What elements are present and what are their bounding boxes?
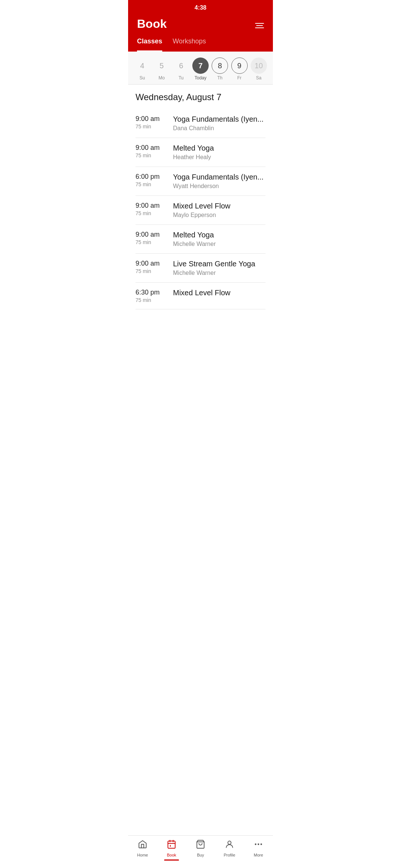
status-bar: 4:38 [128,0,273,14]
class-item[interactable]: 6:00 pm 75 min Yoga Fundamentals (Iyen..… [136,167,265,196]
filter-icon-line1 [255,23,264,24]
class-name: Live Stream Gentle Yoga [173,260,265,268]
class-time: 9:00 am 75 min [136,231,167,245]
class-time: 6:00 pm 75 min [136,173,167,187]
class-time: 9:00 am 75 min [136,260,167,274]
schedule: Wednesday, August 7 9:00 am 75 min Yoga … [128,85,273,309]
class-time-main: 9:00 am [136,231,167,239]
class-time: 9:00 am 75 min [136,144,167,158]
class-time-main: 6:00 pm [136,173,167,181]
class-instructor: Michelle Warner [173,241,265,247]
day-label: Th [217,75,222,80]
day-number: 10 [251,57,267,74]
main-content: 4 Su 5 Mo 6 Tu 7 Today 8 Th 9 Fr 10 Sa W… [128,52,273,343]
day-label: Today [195,75,206,80]
class-info: Melted Yoga Heather Healy [173,144,265,161]
day-label: Fr [237,75,241,80]
day-item-7[interactable]: 7 Today [192,57,209,80]
class-item[interactable]: 9:00 am 75 min Mixed Level Flow Maylo Ep… [136,196,265,225]
class-list: 9:00 am 75 min Yoga Fundamentals (Iyen..… [136,109,265,309]
tab-workshops[interactable]: Workshops [173,34,206,52]
class-item[interactable]: 9:00 am 75 min Melted Yoga Michelle Warn… [136,225,265,254]
class-time-duration: 75 min [136,268,167,274]
class-name: Yoga Fundamentals (Iyen... [173,115,265,124]
tab-bar: Classes Workshops [128,34,273,52]
class-info: Yoga Fundamentals (Iyen... Dana Chamblin [173,115,265,132]
class-instructor: Wyatt Henderson [173,183,265,190]
filter-icon-line2 [256,25,263,26]
class-name: Mixed Level Flow [173,289,265,297]
day-label: Sa [256,75,261,80]
header: Book [128,14,273,34]
class-time-main: 9:00 am [136,144,167,152]
class-info: Mixed Level Flow [173,289,265,299]
class-time-duration: 75 min [136,239,167,245]
class-info: Yoga Fundamentals (Iyen... Wyatt Henders… [173,173,265,190]
schedule-date: Wednesday, August 7 [136,92,265,102]
class-time-duration: 75 min [136,124,167,129]
class-time-main: 9:00 am [136,260,167,267]
class-info: Melted Yoga Michelle Warner [173,231,265,247]
day-item-9[interactable]: 9 Fr [231,57,248,80]
class-time: 9:00 am 75 min [136,202,167,216]
class-instructor: Dana Chamblin [173,125,265,132]
class-instructor: Michelle Warner [173,270,265,276]
class-instructor: Maylo Epperson [173,212,265,218]
day-number: 5 [153,57,170,74]
class-name: Yoga Fundamentals (Iyen... [173,173,265,181]
class-item[interactable]: 6:30 pm 75 min Mixed Level Flow [136,283,265,309]
class-name: Melted Yoga [173,231,265,239]
class-time-duration: 75 min [136,152,167,158]
filter-icon-line3 [255,27,264,28]
day-label: Mo [159,75,165,80]
page-title: Book [137,17,167,34]
status-time: 4:38 [195,4,206,11]
day-item-8[interactable]: 8 Th [211,57,229,80]
class-info: Live Stream Gentle Yoga Michelle Warner [173,260,265,276]
class-time-duration: 75 min [136,210,167,216]
day-item-4[interactable]: 4 Su [133,57,151,80]
filter-button[interactable] [255,23,264,28]
class-name: Melted Yoga [173,144,265,152]
tab-classes[interactable]: Classes [137,34,162,52]
class-time-main: 9:00 am [136,202,167,210]
day-label: Tu [179,75,184,80]
day-number: 8 [212,57,228,74]
class-time: 6:30 pm 75 min [136,289,167,303]
day-number: 4 [134,57,150,74]
day-label: Su [140,75,145,80]
class-time: 9:00 am 75 min [136,115,167,129]
class-item[interactable]: 9:00 am 75 min Melted Yoga Heather Healy [136,138,265,167]
day-item-10[interactable]: 10 Sa [250,57,268,80]
class-time-duration: 75 min [136,297,167,303]
class-time-main: 6:30 pm [136,289,167,296]
class-item[interactable]: 9:00 am 75 min Yoga Fundamentals (Iyen..… [136,109,265,138]
day-number: 6 [173,57,189,74]
day-number: 7 [192,57,209,74]
day-item-6[interactable]: 6 Tu [172,57,190,80]
class-time-duration: 75 min [136,181,167,187]
class-item[interactable]: 9:00 am 75 min Live Stream Gentle Yoga M… [136,254,265,283]
class-instructor: Heather Healy [173,154,265,161]
day-picker: 4 Su 5 Mo 6 Tu 7 Today 8 Th 9 Fr 10 Sa [128,52,273,85]
day-item-5[interactable]: 5 Mo [153,57,170,80]
class-name: Mixed Level Flow [173,202,265,210]
class-info: Mixed Level Flow Maylo Epperson [173,202,265,218]
class-time-main: 9:00 am [136,115,167,123]
day-number: 9 [231,57,248,74]
